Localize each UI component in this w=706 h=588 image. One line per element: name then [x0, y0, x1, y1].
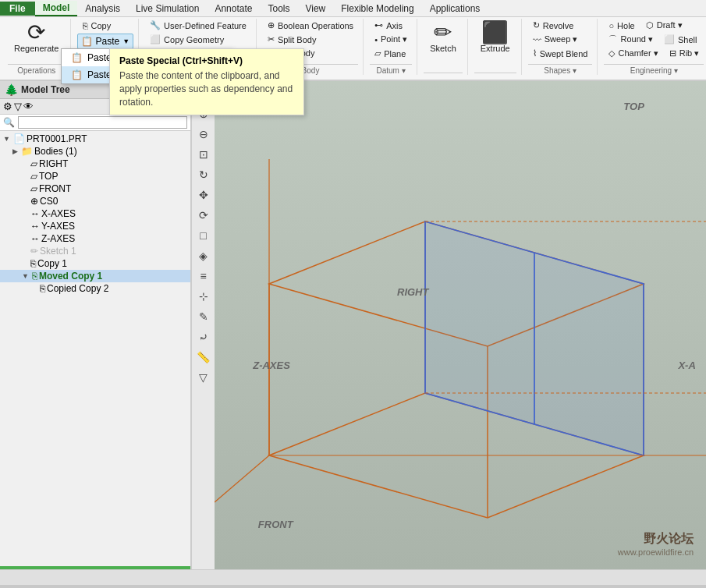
rotate-button[interactable]: ↻	[194, 165, 213, 184]
axis-icon-x: ↔	[30, 208, 40, 219]
revolve-button[interactable]: ↻ Revolve	[528, 19, 593, 32]
axis-button[interactable]: ⊷ Axis	[370, 19, 412, 32]
zoom-out-button[interactable]: ⊖	[194, 125, 213, 143]
view-orient-button[interactable]: □	[194, 226, 213, 245]
expand-arrow-moved-copy1: ▼	[22, 272, 29, 280]
sketch-label: Sketch	[430, 44, 456, 53]
yaxes-label: Y-AXES	[41, 221, 75, 232]
paste-tooltip-title: Paste Special (Ctrl+Shift+V)	[119, 55, 294, 66]
menu-analysis[interactable]: Analysis	[77, 2, 128, 16]
sweep-label: Sweep ▾	[545, 34, 578, 44]
round-label: Round ▾	[620, 34, 652, 44]
ribbon-group-sketch: ✏ Sketch	[419, 19, 468, 75]
split-body-button[interactable]: ✂ Split Body	[263, 33, 358, 46]
axis-icon-z: ↔	[30, 233, 40, 244]
pan-button[interactable]: ✥	[194, 186, 213, 204]
copy-geometry-button[interactable]: ⬜ Copy Geometry	[145, 33, 251, 46]
tree-item-sketch1[interactable]: ▶ ✏ Sketch 1	[0, 245, 190, 257]
context-paste-special-icon: 📋	[71, 69, 83, 80]
tree-show-icon[interactable]: 👁	[23, 101, 34, 112]
ribbon-group-shapes: ↻ Revolve 〰 Sweep ▾ ⌇ Swept Blend Shapes…	[523, 19, 598, 75]
expand-arrow-bodies: ▶	[12, 147, 18, 155]
tree-item-bodies[interactable]: ▶ 📁 Bodies (1)	[0, 145, 190, 158]
extrude-label: Extrude	[481, 44, 510, 53]
revolve-label: Revolve	[543, 21, 574, 30]
menu-live-simulation[interactable]: Live Simulation	[128, 2, 207, 16]
paste-dropdown-arrow: ▼	[122, 37, 129, 45]
hole-label: Hole	[617, 21, 635, 30]
menu-view[interactable]: View	[297, 2, 333, 16]
watermark: 野火论坛 www.proewildfire.cn	[618, 531, 694, 557]
canvas-area[interactable]: TOP RIGHT Z-AXES FRONT X-A ⊡ ⊕ ⊖ ⊡ ↻ ✥ ⟳…	[191, 81, 706, 569]
plane-icon-front: ▱	[30, 183, 37, 194]
tree-item-copied-copy2[interactable]: ▶ ⎘ Copied Copy 2	[0, 282, 190, 295]
prt-label: PRT0001.PRT	[27, 133, 87, 144]
menu-model[interactable]: Model	[35, 1, 78, 16]
menu-applications[interactable]: Applications	[422, 2, 488, 16]
hole-button[interactable]: ○ Hole	[604, 19, 639, 32]
swept-blend-button[interactable]: ⌇ Swept Blend	[528, 47, 593, 60]
right-label: RIGHT	[39, 158, 68, 169]
measurement-button[interactable]: 📏	[194, 348, 213, 367]
rib-button[interactable]: ⊟ Rib ▾	[665, 47, 704, 60]
shell-label: Shell	[678, 35, 697, 44]
sweep-button[interactable]: 〰 Sweep ▾	[528, 33, 593, 46]
copy1-label: Copy 1	[37, 258, 67, 269]
revolve-icon: ↻	[533, 20, 540, 30]
tree-item-moved-copy1[interactable]: ▼ ⎘ Moved Copy 1	[0, 270, 190, 282]
front-label: FRONT	[39, 183, 71, 194]
extrude-group-label	[474, 73, 516, 75]
point-label: Point ▾	[381, 34, 407, 44]
section-button[interactable]: ≡	[194, 267, 213, 285]
sketch-button[interactable]: ✏ Sketch	[424, 19, 463, 56]
shapes-buttons: ↻ Revolve 〰 Sweep ▾ ⌇ Swept Blend	[528, 19, 593, 64]
boolean-operations-button[interactable]: ⊕ Boolean Operations	[263, 19, 358, 32]
point-button[interactable]: • Point ▾	[370, 33, 412, 46]
regenerate-button[interactable]: ⟳ Regenerate	[8, 19, 66, 64]
ribbon-group-datum: ⊷ Axis • Point ▾ ▱ Plane Datum ▾	[365, 19, 417, 75]
swept-blend-label: Swept Blend	[540, 49, 588, 58]
tree-item-cs0[interactable]: ▶ ⊕ CS0	[0, 195, 190, 207]
copy-button[interactable]: ⎘ Copy	[77, 19, 134, 33]
paste-button[interactable]: 📋 Paste ▼	[77, 34, 134, 49]
search-input[interactable]	[18, 116, 187, 129]
tree-item-right[interactable]: ▶ ▱ RIGHT	[0, 158, 190, 170]
chamfer-button[interactable]: ◇ Chamfer ▾	[604, 47, 662, 60]
ribbon-group-extrude: ⬛ Extrude	[470, 19, 522, 75]
user-defined-feature-button[interactable]: 🔧 User-Defined Feature	[145, 19, 251, 32]
refit-button[interactable]: ⊡	[194, 145, 213, 164]
round-button[interactable]: ⌒ Round ▾	[604, 32, 657, 47]
menu-flexible-modeling[interactable]: Flexible Modeling	[333, 2, 421, 16]
paste-icon: 📋	[81, 36, 93, 47]
display-mode-button[interactable]: ◈	[194, 246, 213, 265]
tree-item-top[interactable]: ▶ ▱ TOP	[0, 170, 190, 182]
tree-filter-icon[interactable]: ▽	[14, 101, 22, 112]
label-zaxes: Z-AXES	[253, 360, 290, 371]
search-icon: 🔍	[3, 117, 15, 128]
menu-annotate[interactable]: Annotate	[207, 2, 260, 16]
annotation-button[interactable]: ✎	[194, 307, 213, 326]
plane-button[interactable]: ▱ Plane	[370, 47, 412, 60]
tree-item-zaxes[interactable]: ▶ ↔ Z-AXES	[0, 232, 190, 245]
shell-button[interactable]: ⬜ Shell	[659, 32, 701, 47]
bodies-icon: 📁	[21, 146, 33, 157]
tree-item-front[interactable]: ▶ ▱ FRONT	[0, 182, 190, 195]
filter-button[interactable]: ▽	[194, 368, 213, 387]
extrude-icon: ⬛	[481, 22, 509, 44]
tree-item-prt0001[interactable]: ▼ 📄 PRT0001.PRT	[0, 133, 190, 145]
tree-item-yaxes[interactable]: ▶ ↔ Y-AXES	[0, 220, 190, 232]
context-paste-label: Paste	[87, 52, 112, 63]
menu-tools[interactable]: Tools	[260, 2, 297, 16]
ribbon-group-engineering: ○ Hole ⬡ Draft ▾ ⌒ Round ▾ ⬜ She	[599, 19, 706, 75]
datum-display-button[interactable]: ⊹	[194, 287, 213, 306]
tree-item-copy1[interactable]: ▶ ⎘ Copy 1	[0, 257, 190, 270]
tree-item-xaxes[interactable]: ▶ ↔ X-AXES	[0, 207, 190, 220]
extrude-button[interactable]: ⬛ Extrude	[474, 19, 516, 56]
menu-file[interactable]: File	[0, 2, 35, 16]
point-icon: •	[374, 35, 378, 44]
draft-button[interactable]: ⬡ Draft ▾	[641, 19, 687, 32]
spin3d-button[interactable]: ⤾	[194, 328, 213, 346]
tree-settings-icon[interactable]: ⚙	[3, 101, 12, 112]
engineering-buttons: ○ Hole ⬡ Draft ▾ ⌒ Round ▾ ⬜ She	[604, 19, 704, 64]
spin-button[interactable]: ⟳	[194, 206, 213, 225]
